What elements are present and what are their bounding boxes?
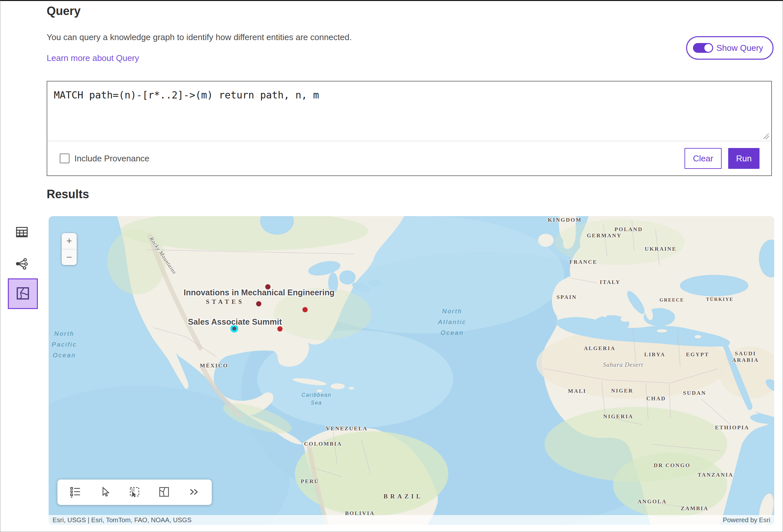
map-label: SPAIN: [557, 294, 577, 301]
select-tool-button[interactable]: [98, 485, 112, 499]
map-label: ZAMBIA: [681, 505, 709, 512]
map-point-entity[interactable]: [256, 301, 261, 306]
select-polygon-icon: [158, 486, 170, 499]
results-map[interactable]: KINGDOMPOLANDGERMANYUKRAINEFRANCEITALYSP…: [49, 216, 774, 525]
view-link-chart-button[interactable]: [13, 255, 31, 273]
map-label: Rocky Mountains: [148, 236, 178, 275]
legend-icon: [69, 486, 82, 499]
page-title: Query: [46, 4, 81, 18]
attribution-text: Esri, USGS | Esri, TomTom, FAO, NOAA, US…: [53, 517, 191, 524]
map-label: COLOMBIA: [304, 441, 342, 447]
map-label: Caribbean Sea: [302, 391, 332, 407]
include-provenance-checkbox[interactable]: [60, 154, 69, 163]
map-label: FRANCE: [569, 259, 597, 265]
select-by-polygon-button[interactable]: [157, 485, 171, 499]
query-input[interactable]: MATCH path=(n)-[r*..2]->(m) return path,…: [47, 81, 771, 141]
query-panel: MATCH path=(n)-[r*..2]->(m) return path,…: [46, 81, 772, 176]
map-label: TANZANIA: [697, 472, 733, 478]
select-by-rectangle-button[interactable]: [127, 485, 142, 499]
table-icon: [14, 225, 29, 240]
map-point-entity[interactable]: [277, 326, 283, 332]
toggle-knob: [704, 44, 712, 52]
map-label: GREECE: [659, 297, 684, 303]
map-toolbar: [57, 479, 212, 505]
map-label: CHAD: [646, 395, 666, 402]
map-label: EGYPT: [686, 352, 709, 358]
map-label: NIGER: [611, 388, 633, 394]
link-chart-icon: [15, 257, 29, 272]
page-description: You can query a knowledge graph to ident…: [46, 32, 352, 42]
powered-by-text: Powered by Esri: [723, 517, 770, 524]
map-label: Sahara Desert: [603, 361, 643, 368]
map-label: POLAND: [615, 226, 643, 233]
learn-more-link[interactable]: Learn more about Query: [46, 53, 139, 63]
query-panel-footer: Include Provenance Clear Run: [47, 141, 771, 175]
query-page: Query You can query a knowledge graph to…: [0, 0, 783, 532]
select-rectangle-icon: [128, 486, 140, 499]
map-annotation-layer: KINGDOMPOLANDGERMANYUKRAINEFRANCEITALYSP…: [49, 216, 774, 525]
zoom-out-button[interactable]: −: [62, 249, 77, 265]
map-label: UKRAINE: [645, 246, 677, 252]
map-label: DR CONGO: [654, 462, 690, 469]
cursor-icon: [99, 486, 111, 499]
include-provenance-label: Include Provenance: [74, 154, 149, 164]
more-tools-button[interactable]: [187, 485, 201, 499]
view-table-button[interactable]: [13, 223, 31, 241]
legend-tool-button[interactable]: [68, 485, 83, 499]
map-point-entity[interactable]: [303, 307, 308, 312]
map-zoom-control: + −: [62, 233, 77, 265]
map-entity-label: Innovations in Mechanical Engineering: [184, 288, 335, 297]
map-label: PERÚ: [301, 478, 319, 485]
show-query-label: Show Query: [716, 43, 763, 53]
map-label: BRAZIL: [384, 493, 423, 500]
zoom-in-button[interactable]: +: [62, 233, 77, 249]
results-title: Results: [46, 188, 89, 201]
map-label: North Pacific Ocean: [52, 328, 77, 361]
map-label: SAUDI ARABIA: [732, 351, 759, 363]
map-icon: [15, 286, 31, 302]
clear-button[interactable]: Clear: [685, 148, 722, 169]
map-label: ETHIOPIA: [715, 425, 749, 431]
resize-handle-icon[interactable]: [761, 132, 770, 140]
map-label: SUDAN: [683, 390, 706, 396]
map-label: MÉXICO: [200, 363, 228, 369]
map-label: GERMANY: [587, 232, 622, 239]
double-chevron-right-icon: [188, 486, 200, 499]
map-label: ANGOLA: [637, 498, 667, 505]
map-label: TÜRKIYE: [706, 297, 733, 302]
map-label: KINGDOM: [548, 217, 582, 223]
map-label: STATES: [206, 298, 244, 305]
view-map-button-selected[interactable]: [8, 278, 38, 309]
map-label: VENEZUELA: [326, 425, 368, 432]
run-button[interactable]: Run: [728, 148, 759, 169]
map-label: NIGERIA: [603, 413, 633, 420]
map-label: MALI: [568, 388, 586, 394]
map-point-selected-entity[interactable]: [230, 325, 238, 333]
map-attribution: Esri, USGS | Esri, TomTom, FAO, NOAA, US…: [49, 515, 774, 525]
show-query-toggle[interactable]: Show Query: [686, 36, 774, 60]
toggle-switch-icon[interactable]: [693, 43, 713, 53]
map-point-entity[interactable]: [265, 284, 271, 290]
map-label: LIBYA: [644, 352, 665, 358]
map-label: ALGERIA: [584, 345, 616, 352]
map-label: ITALY: [600, 279, 621, 286]
map-label: North Atlantic Ocean: [438, 306, 466, 338]
